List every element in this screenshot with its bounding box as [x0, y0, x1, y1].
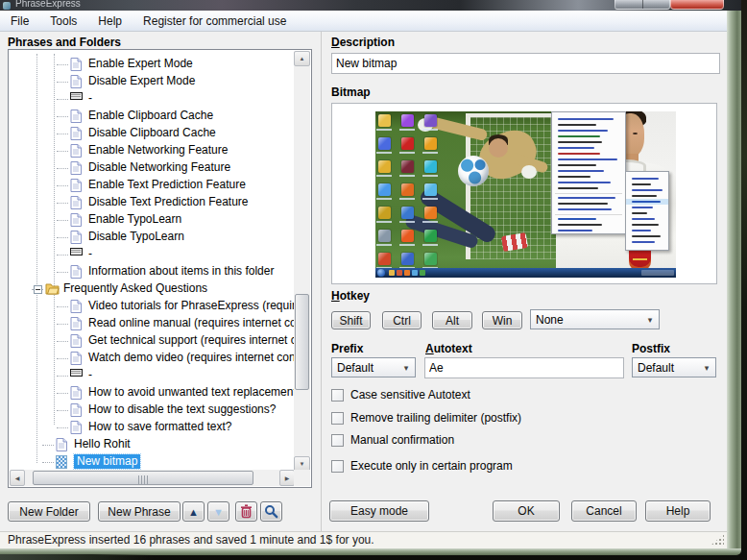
checkbox-row[interactable]: Remove trailing delimiter (postfix): [331, 411, 521, 425]
desktop-icon: [424, 207, 437, 219]
desktop-icon: [401, 230, 414, 242]
checkbox-row[interactable]: Execute only in certain program: [331, 459, 513, 473]
menu-line-text: [632, 241, 655, 243]
tree-item[interactable]: Disable Clipboard Cache: [10, 125, 295, 142]
tree-item[interactable]: Enable Networking Feature: [10, 142, 295, 159]
app-icon: [3, 2, 11, 10]
horizontal-scrollbar[interactable]: ◀ ▶: [10, 470, 295, 486]
tree-item[interactable]: Hello Rohit: [10, 436, 295, 453]
crest-cannon: [633, 258, 647, 260]
cancel-button[interactable]: Cancel: [571, 500, 637, 522]
checkbox-unchecked[interactable]: [331, 460, 344, 473]
modifier-shift-button[interactable]: Shift: [331, 311, 371, 329]
scroll-left-icon: ◀: [15, 475, 20, 481]
tree-item-label: -: [88, 368, 92, 381]
tree-item-label: Get technical support (requires internet…: [88, 333, 295, 347]
desktop-icon-label: [376, 129, 392, 131]
decor: [70, 421, 82, 434]
modifier-alt-button[interactable]: Alt: [432, 311, 472, 329]
tree-item[interactable]: Disable Networking Feature: [10, 159, 295, 177]
help-button[interactable]: Help: [645, 500, 711, 522]
tree-expander-minus[interactable]: [34, 285, 42, 294]
tree-connector: [57, 272, 68, 273]
tree-item[interactable]: -: [10, 90, 295, 108]
tree-item[interactable]: Enable TypoLearn: [10, 211, 295, 229]
autotext-input[interactable]: [424, 357, 624, 378]
desktop-icon-label: [422, 129, 438, 131]
checkbox-row[interactable]: Case sensitive Autotext: [331, 388, 470, 402]
hotkey-dropdown[interactable]: None ▾: [530, 309, 660, 329]
tree-item[interactable]: Disable Text Prediction Feature: [10, 194, 295, 211]
tree-connector: [57, 324, 68, 325]
decor: [70, 110, 82, 123]
checkbox-unchecked[interactable]: [331, 389, 344, 402]
postfix-dropdown-value: Default: [638, 361, 674, 375]
move-up-button[interactable]: ▲: [182, 501, 205, 522]
tree-item[interactable]: Enable Expert Mode: [10, 56, 295, 73]
new-folder-button[interactable]: New Folder: [8, 501, 90, 522]
menu-help[interactable]: Help: [87, 12, 133, 30]
tree-item[interactable]: Read online manual (requires internet co…: [10, 315, 295, 332]
new-phrase-button[interactable]: New Phrase: [98, 501, 181, 522]
separator-icon: [70, 369, 83, 377]
tree-item[interactable]: Watch demo video (requires internet conn…: [10, 350, 295, 367]
scroll-right-button[interactable]: ▶: [279, 470, 295, 486]
easy-mode-button[interactable]: Easy mode: [329, 500, 429, 522]
phrase-icon: [70, 110, 82, 123]
tree-item[interactable]: Enable Clipboard Cache: [10, 108, 295, 125]
desktop-icon-label: [399, 244, 415, 246]
desktop-icon: [378, 207, 391, 219]
move-down-button[interactable]: ▼: [207, 501, 229, 522]
chevron-down-icon: ▾: [643, 311, 657, 328]
tree-item[interactable]: Enable Text Prediction Feature: [10, 177, 295, 194]
close-button[interactable]: [670, 0, 724, 10]
prefix-dropdown[interactable]: Default ▾: [331, 357, 416, 377]
menu-line-text: [632, 212, 647, 214]
menu-tools[interactable]: Tools: [39, 12, 87, 30]
goalkeeper-glove: [521, 165, 537, 179]
tree-item[interactable]: How to save formatted text?: [10, 419, 295, 436]
tree-item[interactable]: Disable TypoLearn: [10, 229, 295, 246]
tree-item[interactable]: How to disable the text suggestions?: [10, 402, 295, 419]
minimize-maximize-buttons[interactable]: [614, 0, 670, 10]
scroll-left-button[interactable]: ◀: [10, 470, 25, 486]
modifier-ctrl-button[interactable]: Ctrl: [382, 311, 422, 329]
tree-item[interactable]: Information about items in this folder: [10, 263, 295, 280]
menu-file[interactable]: File: [0, 12, 39, 30]
scroll-right-icon: ▶: [285, 475, 290, 481]
tree-item[interactable]: -: [10, 246, 295, 263]
menu-register[interactable]: Register for commercial use: [133, 12, 297, 30]
checkbox-unchecked[interactable]: [331, 412, 344, 425]
tree-item[interactable]: Get technical support (requires internet…: [10, 332, 295, 350]
menu-line-text: [632, 189, 663, 191]
phrase-icon: [70, 75, 82, 88]
delete-button[interactable]: [235, 501, 257, 522]
tree-item[interactable]: New bitmap: [10, 453, 295, 471]
tree-item[interactable]: Disable Expert Mode: [10, 73, 295, 90]
ok-button[interactable]: OK: [493, 500, 560, 522]
desktop-icon: [378, 137, 391, 150]
checkbox-row[interactable]: Manual confirmation: [331, 433, 454, 447]
vscroll-thumb[interactable]: [295, 294, 309, 390]
checkbox-unchecked[interactable]: [331, 434, 344, 447]
tree-item[interactable]: How to avoid unwanted text replacements: [10, 384, 295, 402]
soccer-ball: [458, 156, 489, 186]
tree-item-label: Frequently Asked Questions: [63, 281, 207, 295]
menu-line-text: [632, 195, 657, 197]
tree-item[interactable]: Video tutorials for PhraseExpress (requi…: [10, 298, 295, 315]
scroll-up-button[interactable]: ▲: [294, 51, 310, 66]
tree-item[interactable]: Frequently Asked Questions: [10, 280, 295, 298]
tree-item[interactable]: -: [10, 367, 295, 384]
modifier-win-button[interactable]: Win: [482, 311, 522, 329]
search-button[interactable]: [260, 501, 282, 522]
vertical-scrollbar[interactable]: ▲ ▼: [294, 51, 310, 472]
desktop-icon: [378, 114, 391, 127]
postfix-dropdown[interactable]: Default ▾: [632, 357, 716, 377]
menu-line-text: [558, 170, 604, 172]
tree-item-label: Disable Clipboard Cache: [88, 126, 216, 139]
hscroll-thumb[interactable]: [33, 471, 253, 485]
tree-connector: [57, 393, 68, 394]
decor: [70, 403, 82, 417]
bitmap-icon: [56, 455, 67, 469]
description-input[interactable]: [331, 53, 720, 74]
